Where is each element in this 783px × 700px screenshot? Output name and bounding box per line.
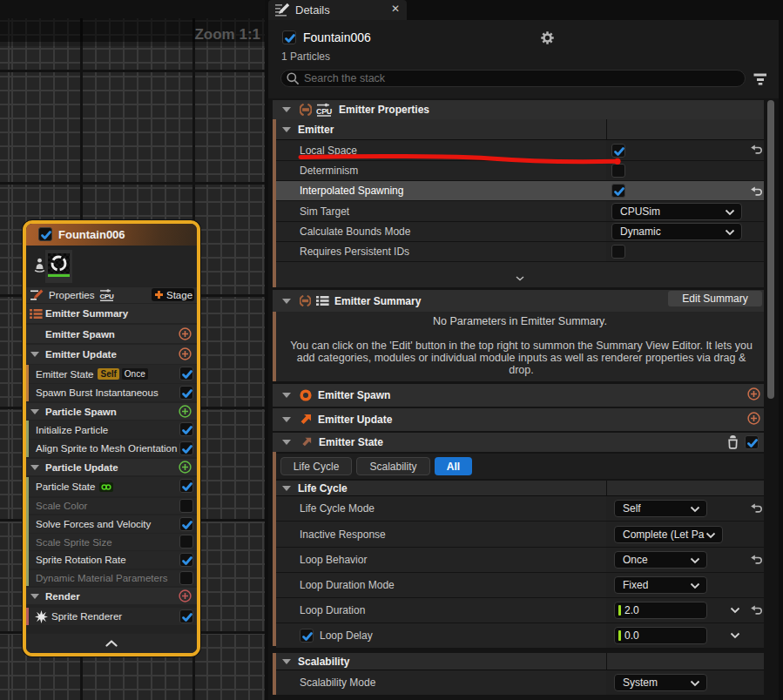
svg-text:CPU: CPU [316, 106, 332, 115]
svg-text:CPU: CPU [100, 293, 115, 300]
